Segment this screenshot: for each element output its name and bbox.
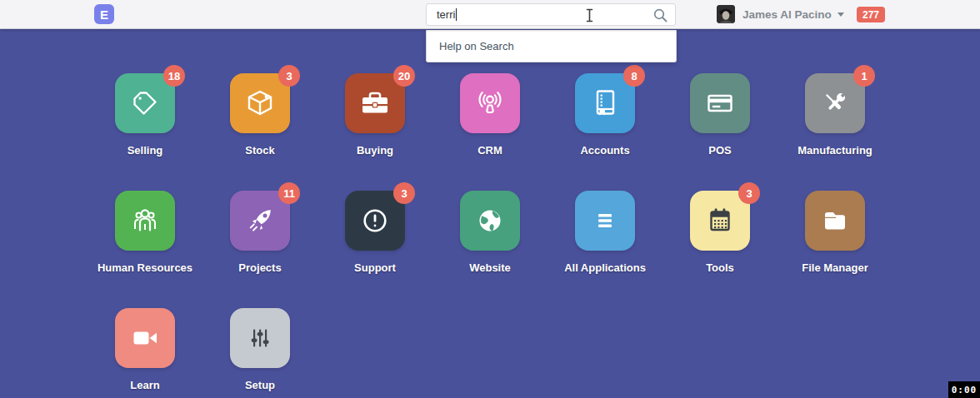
search-dropdown: Help on Search: [426, 30, 677, 62]
app-label: Human Resources: [98, 261, 192, 274]
app-stock[interactable]: 3 Stock: [202, 73, 318, 191]
tag-icon: [128, 87, 162, 120]
user-avatar: [717, 5, 735, 23]
menu-icon: [588, 204, 622, 237]
notification-badge: 1: [853, 65, 875, 87]
briefcase-icon: [358, 87, 392, 120]
user-menu[interactable]: James Al Pacino: [717, 0, 844, 28]
app-buying[interactable]: 20 Buying: [318, 73, 432, 191]
app-label: All Applications: [564, 261, 646, 274]
app-label: Selling: [128, 144, 163, 157]
app-tile: [460, 191, 520, 251]
app-tile: 11: [230, 191, 290, 251]
app-label: POS: [708, 144, 731, 157]
app-label: Projects: [238, 261, 281, 274]
search-input[interactable]: [427, 4, 655, 25]
box-icon: [243, 87, 277, 120]
app-label: Manufacturing: [798, 144, 872, 157]
podcast-icon: [473, 87, 507, 120]
app-support[interactable]: 3 Support: [318, 191, 432, 308]
recording-timer: 0:00: [948, 381, 980, 398]
app-tile: [575, 191, 635, 251]
app-accounts[interactable]: 8 Accounts: [548, 73, 662, 191]
app-file-manager[interactable]: File Manager: [778, 191, 892, 308]
app-projects[interactable]: 11 Projects: [202, 191, 318, 308]
notification-badge: 3: [738, 182, 760, 204]
app-tools[interactable]: 3 Tools: [662, 191, 778, 308]
notification-badge: 18: [163, 65, 185, 87]
app-label: CRM: [478, 144, 502, 157]
app-tile: 8: [575, 73, 635, 133]
app-tile: 3: [230, 73, 290, 133]
mouse-ibeam-cursor: [585, 8, 594, 22]
app-manufacturing[interactable]: 1 Manufacturing: [778, 73, 892, 191]
video-camera-icon: [128, 321, 162, 355]
search-dropdown-item-help[interactable]: Help on Search: [427, 40, 676, 52]
rocket-icon: [243, 204, 277, 237]
app-tile: [460, 73, 520, 133]
app-learn[interactable]: Learn: [88, 308, 202, 398]
app-label: File Manager: [802, 261, 868, 274]
ledger-icon: [588, 87, 622, 120]
people-icon: [128, 204, 162, 237]
text-caret: [456, 8, 457, 21]
app-label: Website: [469, 261, 511, 274]
app-label: Accounts: [580, 144, 629, 157]
app-tile: [690, 73, 750, 133]
app-tile: [230, 308, 290, 368]
app-label: Support: [354, 261, 396, 274]
app-tile: [115, 308, 175, 368]
app-website[interactable]: Website: [432, 191, 548, 308]
credit-card-icon: [703, 87, 737, 120]
app-tile: [115, 191, 175, 251]
notification-badge: 3: [393, 182, 415, 204]
top-navbar: E James Al Pacino 277: [0, 0, 980, 29]
app-tile: 20: [345, 73, 405, 133]
app-label: Buying: [357, 144, 393, 157]
app-label: Learn: [130, 379, 159, 391]
alert-circle-icon: [358, 204, 392, 237]
user-name: James Al Pacino: [742, 8, 832, 21]
app-human-resources[interactable]: Human Resources: [88, 191, 202, 308]
app-tile: 1: [805, 73, 865, 133]
app-pos[interactable]: POS: [662, 73, 778, 191]
notification-badge: 3: [278, 65, 300, 87]
app-label: Stock: [245, 144, 274, 157]
app-crm[interactable]: CRM: [432, 73, 548, 191]
app-tile: [805, 191, 865, 251]
app-selling[interactable]: 18 Selling: [88, 73, 202, 191]
calendar-icon: [703, 204, 737, 237]
search-icon[interactable]: [653, 8, 668, 22]
notification-badge: 11: [278, 182, 300, 204]
wrench-screwdriver-icon: [818, 87, 852, 120]
global-search: [426, 3, 676, 26]
globe-icon: [473, 204, 507, 237]
sliders-icon: [243, 321, 277, 355]
app-grid: 18 Selling 3 Stock 20: [88, 73, 892, 398]
app-tile: 3: [345, 191, 405, 251]
notifications-count-badge[interactable]: 277: [857, 7, 885, 22]
notification-badge: 8: [623, 65, 645, 87]
chevron-down-icon: [838, 12, 844, 17]
app-tile: 18: [115, 73, 175, 133]
app-label: Tools: [706, 261, 734, 274]
folder-icon: [818, 204, 852, 237]
app-all-applications[interactable]: All Applications: [548, 191, 662, 308]
app-logo[interactable]: E: [94, 4, 114, 24]
app-tile: 3: [690, 191, 750, 251]
app-setup[interactable]: Setup: [202, 308, 318, 398]
app-label: Setup: [245, 379, 275, 391]
notification-badge: 20: [393, 65, 415, 87]
